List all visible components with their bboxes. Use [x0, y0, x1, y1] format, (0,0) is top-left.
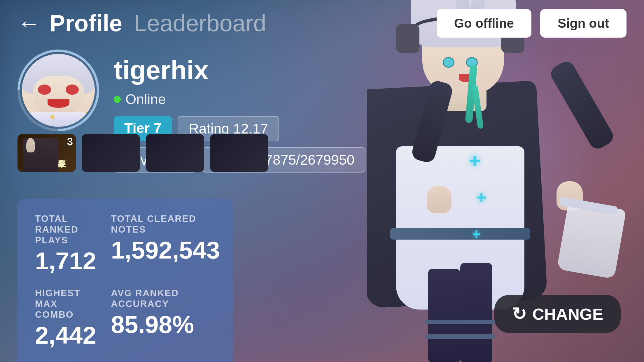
change-button[interactable]: ↻ CHANGE: [494, 295, 621, 333]
total-ranked-plays-label: TOTAL RANKED PLAYS: [35, 213, 96, 246]
total-cleared-notes-stat: TOTAL CLEARED NOTES 1,592,543: [111, 213, 220, 273]
trophy-card-4[interactable]: [210, 134, 268, 172]
trophy-card-2[interactable]: [82, 134, 140, 172]
stats-panel: TOTAL RANKED PLAYS 1,712 TOTAL CLEARED N…: [18, 199, 233, 362]
total-ranked-plays-stat: TOTAL RANKED PLAYS 1,712: [35, 213, 96, 273]
sign-out-button[interactable]: Sign out: [540, 9, 626, 38]
avatar-face: ★ ★: [22, 54, 95, 127]
back-button[interactable]: ←: [18, 12, 41, 35]
trophy-1-badge: 3: [67, 136, 73, 148]
online-status: Online: [114, 91, 365, 107]
avatar-container: ★ ★: [18, 50, 99, 131]
leaderboard-tab[interactable]: Leaderboard: [134, 10, 266, 37]
avg-ranked-accuracy-value: 85.98%: [111, 312, 220, 337]
total-cleared-notes-label: TOTAL CLEARED NOTES: [111, 213, 220, 235]
avatar: ★ ★: [22, 54, 95, 127]
go-offline-button[interactable]: Go offline: [437, 9, 531, 38]
back-arrow-icon: ←: [18, 12, 41, 35]
change-icon: ↻: [512, 304, 526, 324]
online-status-text: Online: [125, 91, 166, 107]
top-right-buttons: Go offline Sign out: [437, 9, 626, 38]
username: tigerhix: [114, 55, 365, 85]
change-button-label: CHANGE: [532, 305, 603, 324]
total-cleared-notes-value: 1,592,543: [111, 238, 220, 262]
highest-max-combo-stat: HIGHEST MAX COMBO 2,442: [35, 288, 96, 347]
trophies-row: 夏祭 3: [18, 134, 268, 172]
avg-ranked-accuracy-stat: AVG RANKED ACCURACY 85.98%: [111, 288, 220, 347]
highest-max-combo-label: HIGHEST MAX COMBO: [35, 288, 96, 320]
online-dot-icon: [114, 96, 121, 103]
highest-max-combo-value: 2,442: [35, 323, 96, 347]
top-navigation: ← Profile Leaderboard Go offline Sign ou…: [0, 0, 644, 47]
avg-ranked-accuracy-label: AVG RANKED ACCURACY: [111, 288, 220, 309]
total-ranked-plays-value: 1,712: [35, 249, 96, 273]
profile-tab[interactable]: Profile: [50, 10, 122, 37]
trophy-card-1[interactable]: 夏祭 3: [18, 134, 76, 172]
stats-grid: TOTAL RANKED PLAYS 1,712 TOTAL CLEARED N…: [35, 213, 216, 347]
trophy-card-3[interactable]: [146, 134, 204, 172]
